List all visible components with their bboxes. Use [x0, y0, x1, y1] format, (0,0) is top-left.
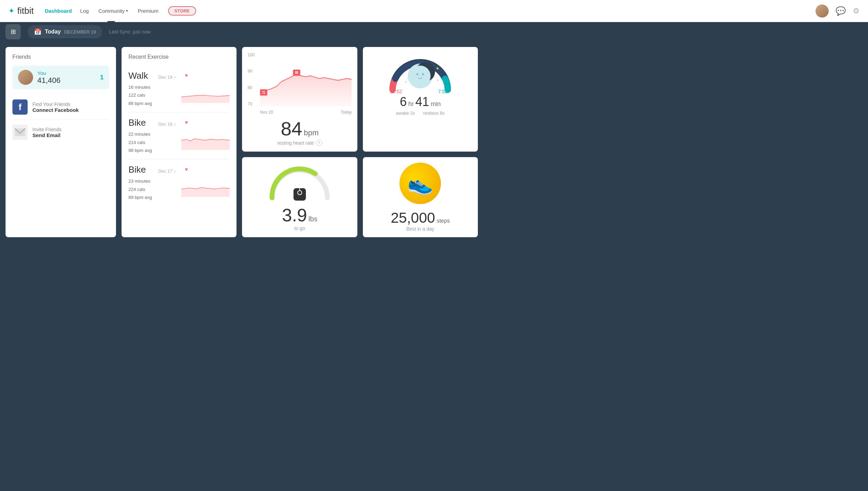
exercise-cals: 122 cals — [128, 91, 176, 99]
svg-marker-4 — [260, 74, 351, 106]
steps-unit: steps — [437, 218, 450, 224]
svg-text:7:52: 7:52 — [438, 89, 447, 93]
exercise-minutes: 22 minutes — [128, 130, 176, 138]
subbar: ⊞ 📅 Today DECEMBER 19 Last Sync: just no… — [0, 22, 868, 41]
hr-x-axis: Nov 20 Today — [260, 110, 351, 115]
heartrate-unit: bpm — [304, 128, 319, 137]
exercise-date: Dec 18 › — [158, 121, 176, 128]
sync-status: Last Sync: just now — [109, 29, 151, 35]
exercise-cals: 224 cals — [128, 185, 176, 193]
invite-action: Send Email — [32, 132, 109, 138]
today-date-pill[interactable]: 📅 Today DECEMBER 19 — [28, 25, 102, 38]
exercise-minutes: 16 minutes — [128, 83, 176, 91]
connect-label: Find Your Friends — [32, 102, 109, 107]
nav-store-button[interactable]: STORE — [168, 6, 196, 16]
friend-badge: 1 — [100, 74, 104, 81]
invite-info: Invite Friends Send Email — [32, 127, 109, 138]
sleep-card: ★ ✦ ✦ 12:52 7:52 6 hr 41 min awake 2x re… — [363, 47, 478, 152]
exercise-bpm: 89 bpm avg — [128, 193, 176, 201]
nav-premium-link[interactable]: Premium — [138, 8, 158, 14]
exercise-item-bike2[interactable]: Bike Dec 17 › 23 minutes 224 cals 89 bpm… — [128, 160, 230, 206]
connect-action: Connect Facebook — [32, 107, 109, 113]
chevron-right-icon: › — [174, 121, 176, 128]
exercise-minutes: 23 minutes — [128, 177, 176, 185]
friend-you-row[interactable]: You 41,406 1 — [12, 66, 109, 89]
sleep-minutes: 41 — [415, 95, 429, 109]
heart-icon: ♥ — [185, 119, 188, 126]
nav-community-link[interactable]: Community — [98, 8, 128, 14]
exercise-name: Walk — [128, 70, 148, 81]
sleep-hr-label: hr — [408, 100, 414, 107]
sleep-restless: restless 8x — [423, 110, 445, 116]
hr-y-label-100: 100 — [248, 52, 259, 57]
exercise-title: Recent Exercise — [128, 54, 230, 60]
steps-value-area: 25,000 steps — [391, 210, 450, 226]
exercise-item-walk[interactable]: Walk Dec 19 › 16 minutes 122 cals 88 bpm… — [128, 66, 230, 113]
exercise-item-bike1[interactable]: Bike Dec 18 › 22 minutes 214 cals 98 bpm… — [128, 113, 230, 160]
exercise-bike1-info: Bike Dec 18 › 22 minutes 214 cals 98 bpm… — [128, 117, 176, 154]
logo-text: fitbit — [17, 6, 34, 16]
chevron-right-icon: › — [174, 74, 176, 81]
weight-card: 3.9 lbs to go — [242, 157, 357, 237]
hr-y-axis: 100 90 80 70 — [248, 52, 259, 106]
sleep-duration-area: 6 hr 41 min — [368, 95, 472, 109]
steps-medal-icon: 👟 — [399, 163, 441, 204]
heartrate-help-icon[interactable]: ? — [316, 140, 322, 146]
svg-marker-1 — [181, 95, 230, 103]
running-shoe-icon: 👟 — [407, 171, 433, 196]
heart-icon: ♥ — [185, 166, 188, 173]
sleep-min-label: min — [431, 100, 441, 107]
nav-right: 💬 ⚙ — [816, 4, 860, 18]
sleep-details: awake 2x restless 8x — [368, 110, 472, 116]
today-date: DECEMBER 19 — [64, 29, 96, 35]
sleep-awake: awake 2x — [396, 110, 415, 116]
svg-point-12 — [416, 73, 418, 75]
svg-point-11 — [410, 66, 431, 86]
steps-card: 👟 25,000 steps Best in a day — [363, 157, 478, 237]
main-content: Friends You 41,406 1 f Find Your Friends… — [0, 41, 483, 243]
friend-steps: 41,406 — [37, 76, 96, 85]
heartrate-chart-area: 100 90 80 70 71 — [248, 52, 351, 115]
steps-value: 25,000 — [391, 210, 435, 226]
nav-dropdown-indicator — [107, 21, 115, 25]
heartrate-chart-svg: 71 88 — [260, 52, 351, 106]
exercise-date: Dec 19 › — [158, 74, 176, 81]
navbar: ✦ fitbit Dashboard Log Community Premium… — [0, 0, 868, 22]
today-label: Today — [45, 29, 61, 35]
hr-x-label-end: Today — [341, 110, 352, 115]
exercise-header: Walk Dec 19 › — [128, 70, 176, 81]
exercise-bike2-info: Bike Dec 17 › 23 minutes 224 cals 89 bpm… — [128, 164, 176, 201]
exercise-walk-info: Walk Dec 19 › 16 minutes 122 cals 88 bpm… — [128, 70, 176, 107]
avatar[interactable] — [816, 4, 829, 18]
weight-value: 3.9 — [282, 205, 307, 225]
svg-marker-2 — [181, 139, 230, 150]
nav-log-link[interactable]: Log — [80, 8, 89, 14]
grid-view-button[interactable]: ⊞ — [6, 24, 21, 39]
logo[interactable]: ✦ fitbit — [8, 6, 34, 16]
exercise-meta: 22 minutes 214 cals 98 bpm avg — [128, 130, 176, 154]
exercise-header: Bike Dec 17 › — [128, 164, 176, 175]
exercise-chart-bike2: ♥ — [181, 164, 230, 192]
svg-text:12:52: 12:52 — [390, 89, 402, 93]
hr-y-label-80: 80 — [248, 85, 259, 90]
grid-icon: ⊞ — [11, 28, 16, 36]
weight-unit: lbs — [309, 215, 318, 223]
facebook-connect-row[interactable]: f Find Your Friends Connect Facebook — [12, 95, 109, 120]
messages-icon[interactable]: 💬 — [836, 6, 846, 16]
calendar-icon: 📅 — [34, 28, 41, 36]
hr-x-label-start: Nov 20 — [260, 110, 273, 115]
heartrate-card: 100 90 80 70 71 — [242, 47, 357, 152]
fitbit-dots-icon: ✦ — [8, 7, 15, 16]
svg-marker-3 — [181, 188, 230, 197]
svg-text:88: 88 — [295, 70, 298, 75]
friends-card: Friends You 41,406 1 f Find Your Friends… — [6, 47, 116, 237]
exercise-cals: 214 cals — [128, 138, 176, 146]
weight-value-area: 3.9 lbs — [282, 205, 317, 225]
settings-icon[interactable]: ⚙ — [853, 7, 860, 16]
nav-dashboard-link[interactable]: Dashboard — [45, 8, 72, 14]
exercise-chart-bike1: ♥ — [181, 117, 230, 145]
email-invite-row[interactable]: Invite Friends Send Email — [12, 120, 109, 145]
exercise-chart-walk: ♥ — [181, 70, 230, 98]
svg-text:★: ★ — [436, 66, 440, 71]
exercise-date: Dec 17 › — [158, 167, 176, 175]
